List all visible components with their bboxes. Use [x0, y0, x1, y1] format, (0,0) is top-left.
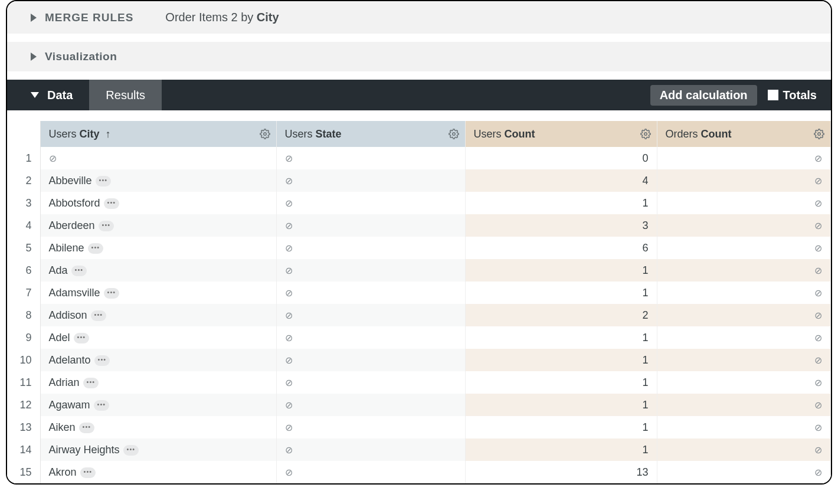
row-number: 5 — [7, 237, 40, 259]
cell-users-count[interactable]: 1 — [465, 438, 657, 461]
cell-city[interactable]: Adelanto — [40, 349, 276, 371]
cell-state[interactable]: ⊘ — [276, 416, 465, 438]
gear-icon[interactable] — [260, 129, 270, 139]
cell-orders-count[interactable]: ⊘ — [657, 192, 831, 214]
cell-city[interactable]: Aberdeen — [40, 214, 276, 237]
results-tab[interactable]: Results — [89, 80, 162, 110]
cell-city[interactable]: Akron — [40, 461, 276, 483]
cell-state[interactable]: ⊘ — [276, 192, 465, 214]
cell-city-value: Aberdeen — [49, 220, 95, 231]
cell-city[interactable]: Abbotsford — [40, 192, 276, 214]
null-icon: ⊘ — [814, 265, 822, 276]
cell-city-value: Abilene — [49, 242, 84, 254]
ellipsis-icon[interactable] — [94, 355, 110, 366]
cell-orders-count[interactable]: ⊘ — [657, 214, 831, 237]
cell-state[interactable]: ⊘ — [276, 259, 465, 282]
cell-city[interactable]: Adamsville — [40, 282, 276, 304]
cell-orders-count[interactable]: ⊘ — [657, 461, 831, 483]
column-header-state[interactable]: Users State — [276, 121, 465, 147]
cell-users-count[interactable]: 1 — [465, 326, 657, 349]
cell-orders-count[interactable]: ⊘ — [657, 349, 831, 371]
cell-state[interactable]: ⊘ — [276, 326, 465, 349]
add-calculation-button[interactable]: Add calculation — [650, 85, 757, 106]
cell-state[interactable]: ⊘ — [276, 349, 465, 371]
cell-state[interactable]: ⊘ — [276, 169, 465, 192]
totals-toggle[interactable]: Totals — [768, 89, 817, 102]
cell-users-count[interactable]: 1 — [465, 259, 657, 282]
cell-users-count[interactable]: 0 — [465, 147, 657, 169]
cell-users-count[interactable]: 1 — [465, 416, 657, 438]
gear-icon[interactable] — [814, 129, 824, 139]
cell-city[interactable]: Ada — [40, 259, 276, 282]
cell-orders-count[interactable]: ⊘ — [657, 371, 831, 394]
cell-state[interactable]: ⊘ — [276, 237, 465, 259]
cell-users-count[interactable]: 1 — [465, 282, 657, 304]
cell-state[interactable]: ⊘ — [276, 282, 465, 304]
gear-icon[interactable] — [449, 129, 459, 139]
cell-users-count[interactable]: 4 — [465, 169, 657, 192]
cell-orders-count[interactable]: ⊘ — [657, 282, 831, 304]
cell-state[interactable]: ⊘ — [276, 147, 465, 169]
row-number: 8 — [7, 304, 40, 326]
column-header-orders-count[interactable]: Orders Count — [657, 121, 831, 147]
cell-city[interactable]: Airway Heights — [40, 438, 276, 461]
cell-state[interactable]: ⊘ — [276, 214, 465, 237]
ellipsis-icon[interactable] — [94, 400, 110, 411]
cell-users-count[interactable]: 1 — [465, 394, 657, 416]
cell-city[interactable]: Addison — [40, 304, 276, 326]
cell-city-value: Agawam — [49, 399, 90, 411]
cell-state[interactable]: ⊘ — [276, 461, 465, 483]
ellipsis-icon[interactable] — [91, 310, 107, 321]
cell-users-count[interactable]: 1 — [465, 371, 657, 394]
null-icon: ⊘ — [285, 310, 293, 320]
null-icon: ⊘ — [285, 221, 293, 231]
cell-users-count[interactable]: 6 — [465, 237, 657, 259]
cell-city[interactable]: Aiken — [40, 416, 276, 438]
cell-city[interactable]: Adel — [40, 326, 276, 349]
cell-city[interactable]: ⊘ — [40, 147, 276, 169]
cell-orders-count[interactable]: ⊘ — [657, 326, 831, 349]
cell-city[interactable]: Adrian — [40, 371, 276, 394]
ellipsis-icon[interactable] — [123, 445, 139, 456]
cell-orders-count[interactable]: ⊘ — [657, 237, 831, 259]
ellipsis-icon[interactable] — [83, 378, 99, 388]
cell-orders-count[interactable]: ⊘ — [657, 169, 831, 192]
ellipsis-icon[interactable] — [96, 176, 112, 186]
data-tab[interactable]: Data — [7, 80, 89, 110]
merge-rules-bar[interactable]: MERGE RULES Order Items 2 by City — [7, 1, 831, 34]
visualization-bar[interactable]: Visualization — [7, 42, 831, 71]
cell-users-count[interactable]: 1 — [465, 349, 657, 371]
cell-orders-count[interactable]: ⊘ — [657, 438, 831, 461]
cell-orders-count[interactable]: ⊘ — [657, 416, 831, 438]
cell-users-count[interactable]: 13 — [465, 461, 657, 483]
cell-users-count[interactable]: 2 — [465, 304, 657, 326]
null-icon: ⊘ — [814, 175, 822, 186]
cell-state[interactable]: ⊘ — [276, 438, 465, 461]
cell-orders-count[interactable]: ⊘ — [657, 304, 831, 326]
row-number: 11 — [7, 371, 40, 394]
cell-state[interactable]: ⊘ — [276, 394, 465, 416]
cell-city[interactable]: Abilene — [40, 237, 276, 259]
ellipsis-icon[interactable] — [104, 198, 120, 209]
ellipsis-icon[interactable] — [71, 266, 87, 276]
null-icon: ⊘ — [285, 423, 293, 433]
cell-users-count[interactable]: 3 — [465, 214, 657, 237]
ellipsis-icon[interactable] — [99, 221, 114, 231]
cell-city[interactable]: Agawam — [40, 394, 276, 416]
ellipsis-icon[interactable] — [88, 243, 104, 254]
cell-orders-count[interactable]: ⊘ — [657, 147, 831, 169]
gear-icon[interactable] — [640, 129, 651, 139]
cell-orders-count[interactable]: ⊘ — [657, 394, 831, 416]
cell-city-value: Ada — [49, 264, 68, 276]
cell-city[interactable]: Abbeville — [40, 169, 276, 192]
cell-state[interactable]: ⊘ — [276, 304, 465, 326]
ellipsis-icon[interactable] — [79, 423, 95, 433]
column-header-users-count[interactable]: Users Count — [465, 121, 657, 147]
column-header-city[interactable]: Users City ↑ — [40, 121, 276, 147]
cell-users-count[interactable]: 1 — [465, 192, 657, 214]
ellipsis-icon[interactable] — [74, 333, 90, 343]
ellipsis-icon[interactable] — [104, 288, 120, 299]
cell-orders-count[interactable]: ⊘ — [657, 259, 831, 282]
ellipsis-icon[interactable] — [80, 467, 96, 478]
cell-state[interactable]: ⊘ — [276, 371, 465, 394]
